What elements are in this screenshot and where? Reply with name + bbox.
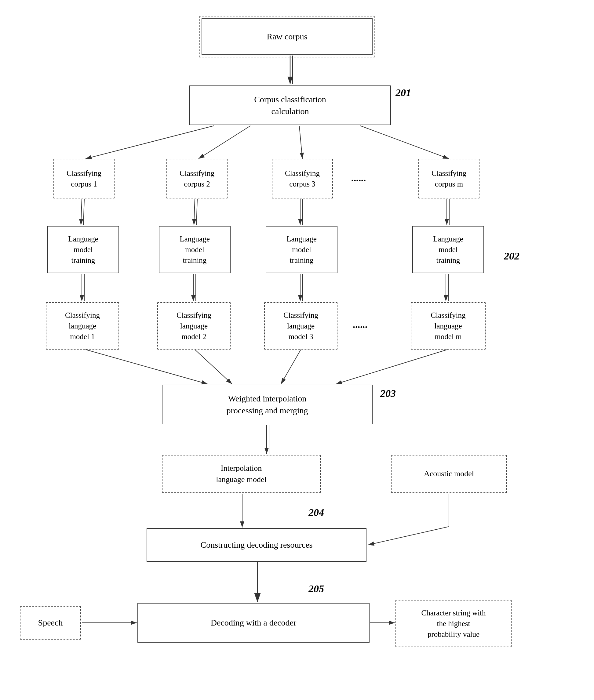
ref-203: 203 — [380, 388, 396, 399]
classifying-lm-1-box: Classifying language model 1 — [46, 302, 119, 350]
constructing-decoding-label: Constructing decoding resources — [200, 539, 312, 551]
ellipsis-2: ...... — [353, 319, 367, 330]
svg-line-4 — [81, 199, 82, 225]
speech-box: Speech — [20, 606, 81, 639]
classifying-corpus-1-label: Classifying corpus 1 — [67, 168, 101, 189]
classifying-lm-m-label: Classifying language model m — [431, 310, 466, 342]
acoustic-model-label: Acoustic model — [424, 468, 474, 479]
lm-training-3-box: Language model training — [266, 226, 337, 273]
ref-204: 204 — [308, 507, 324, 518]
decoding-label: Decoding with a decoder — [211, 617, 297, 629]
character-string-label: Character string with the highest probab… — [421, 607, 486, 639]
lm-training-m-label: Language model training — [433, 234, 463, 266]
classifying-corpus-3-label: Classifying corpus 3 — [285, 168, 320, 189]
classifying-corpus-2-label: Classifying corpus 2 — [179, 168, 214, 189]
classifying-corpus-3-box: Classifying corpus 3 — [272, 159, 333, 199]
lm-training-2-box: Language model training — [159, 226, 231, 273]
weighted-interpolation-box: Weighted interpolation processing and me… — [162, 385, 372, 424]
weighted-interpolation-label: Weighted interpolation processing and me… — [227, 393, 308, 416]
classifying-corpus-m-label: Classifying corpus m — [432, 168, 466, 189]
lm-training-m-box: Language model training — [412, 226, 484, 273]
lm-training-1-box: Language model training — [47, 226, 119, 273]
svg-line-7 — [196, 199, 197, 225]
classifying-lm-2-label: Classifying language model 2 — [176, 310, 211, 342]
classifying-corpus-1-box: Classifying corpus 1 — [54, 159, 114, 199]
classifying-lm-m-box: Classifying language model m — [411, 302, 486, 350]
decoding-box: Decoding with a decoder — [137, 603, 369, 642]
classifying-corpus-m-box: Classifying corpus m — [419, 159, 480, 199]
classifying-lm-3-box: Classifying language model 3 — [264, 302, 337, 350]
lm-training-3-label: Language model training — [287, 234, 317, 266]
corpus-classification-box: Corpus classification calculation — [189, 85, 391, 125]
constructing-decoding-box: Constructing decoding resources — [146, 528, 366, 562]
svg-line-5 — [84, 199, 84, 225]
classifying-lm-1-label: Classifying language model 1 — [65, 310, 100, 342]
raw-corpus-label: Raw corpus — [267, 31, 307, 42]
raw-corpus-box: Raw corpus — [202, 18, 372, 55]
ref-205: 205 — [308, 583, 324, 595]
ref-201: 201 — [395, 87, 411, 99]
corpus-classification-label: Corpus classification calculation — [254, 94, 326, 117]
acoustic-model-box: Acoustic model — [391, 455, 507, 493]
classifying-lm-3-label: Classifying language model 3 — [284, 310, 318, 342]
ref-202: 202 — [504, 250, 520, 262]
speech-label: Speech — [38, 617, 63, 629]
diagram: Raw corpus Corpus classification calcula… — [0, 0, 594, 700]
svg-line-6 — [194, 199, 195, 225]
classifying-corpus-2-box: Classifying corpus 2 — [166, 159, 228, 199]
lm-training-1-label: Language model training — [68, 234, 98, 266]
classifying-lm-2-box: Classifying language model 2 — [157, 302, 231, 350]
interpolation-lm-label: Interpolation language model — [216, 463, 266, 485]
lm-training-2-label: Language model training — [179, 234, 210, 266]
ellipsis-1: ...... — [351, 173, 366, 184]
interpolation-lm-box: Interpolation language model — [162, 455, 321, 493]
character-string-box: Character string with the highest probab… — [395, 600, 512, 647]
